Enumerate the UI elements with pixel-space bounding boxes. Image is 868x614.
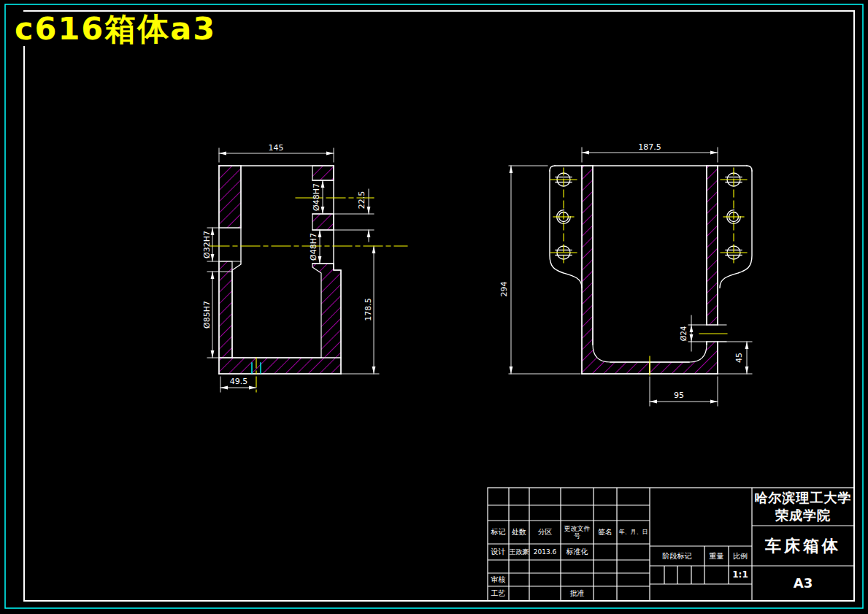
tb-header-scale: 比例: [729, 546, 752, 566]
outer-frame: [5, 4, 863, 608]
tb-cell-design-date: 2013.6: [529, 544, 561, 560]
tb-school: 哈尔滨理工大学 荣成学院: [752, 488, 854, 526]
tb-header-date: 年、月、日: [617, 521, 650, 544]
dim-label-bore-left: Ø32H7: [202, 231, 212, 258]
tb-school-line1: 哈尔滨理工大学: [755, 489, 852, 507]
page-title: c616箱体a3: [10, 12, 220, 46]
tb-cell-standardize: 标准化: [561, 544, 594, 560]
part-outline: [550, 166, 752, 374]
tb-cell-review: 审核: [488, 573, 509, 586]
tb-school-line2: 荣成学院: [775, 507, 831, 524]
tb-header-count: 处数: [509, 521, 529, 544]
dim-label-bore-lower: Ø48H7: [309, 233, 318, 261]
tb-header-zone: 分区: [529, 521, 561, 544]
cad-canvas: 145 Ø48H7 Ø48H7 Ø32H7 Ø85H7 22.5 178.5 4…: [0, 0, 868, 614]
tb-header-weight: 重量: [704, 546, 729, 566]
dim-label-height: 294: [499, 282, 509, 297]
tb-header-stage-mark: 阶段标记: [650, 546, 704, 566]
tb-cell-approve: 批准: [561, 586, 594, 601]
dim-label-bore-upper: Ø48H7: [312, 183, 321, 211]
tb-header-mark: 标记: [488, 521, 509, 544]
left-section-view: 145 Ø48H7 Ø48H7 Ø32H7 Ø85H7 22.5 178.5 4…: [202, 143, 407, 392]
dim-label-height: 178.5: [364, 298, 373, 321]
inner-frame: [24, 11, 854, 601]
dim-label-hole-height: 45: [734, 353, 744, 363]
dim-label-bore-main: Ø85H7: [202, 301, 212, 329]
right-front-view: 187.5 294 Ø24 45 95: [499, 142, 752, 406]
tb-cell-process: 工艺: [488, 586, 509, 601]
dim-label-base: 49.5: [230, 377, 248, 386]
dim-label-width: 187.5: [638, 142, 661, 152]
hatched-walls: [582, 166, 718, 374]
tb-header-change-doc: 更改文件号: [561, 521, 594, 544]
dim-label-base-width: 95: [674, 391, 684, 400]
tb-cell-design: 设计: [488, 544, 509, 560]
tb-header-signature: 签名: [594, 521, 617, 544]
tb-cell-designer: 王政豪: [509, 544, 529, 560]
dim-label-step: 22.5: [357, 191, 366, 210]
dim-label-hole: Ø24: [680, 326, 688, 342]
tb-scale-value: 1:1: [729, 566, 752, 584]
tb-sheet-size: A3: [752, 566, 854, 601]
tb-drawing-title: 车床箱体: [752, 526, 854, 566]
dim-label-width: 145: [269, 143, 284, 153]
cad-viewer: { "page": { "title": "c616箱体a3" }, "colo…: [0, 0, 868, 614]
